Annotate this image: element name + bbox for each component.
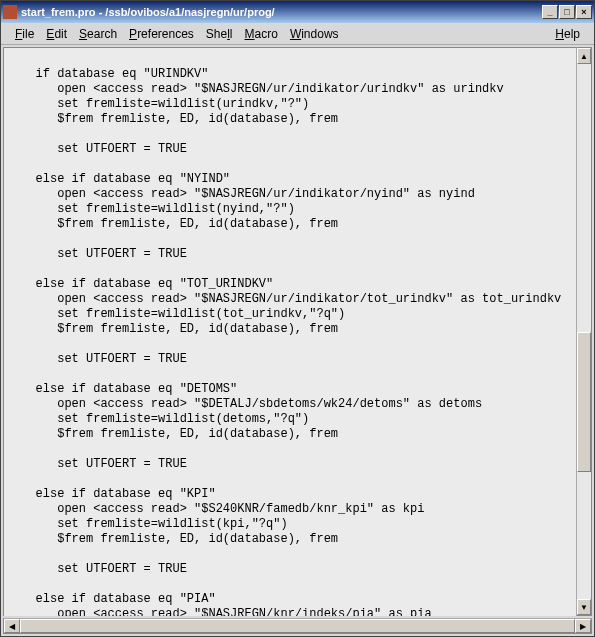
menu-shell[interactable]: Shell [200,25,239,43]
menu-edit[interactable]: Edit [40,25,73,43]
menubar: File Edit Search Preferences Shell Macro… [1,23,594,45]
horizontal-scroll-thumb[interactable] [20,619,575,633]
horizontal-scrollbar[interactable]: ◀ ▶ [3,618,592,634]
menu-macro[interactable]: Macro [239,25,284,43]
window-title: start_frem.pro - /ssb/ovibos/a1/nasjregn… [21,6,542,18]
content-area: if database eq "URINDKV" open <access re… [1,45,594,618]
scroll-right-button[interactable]: ▶ [575,619,591,633]
menu-file[interactable]: File [9,25,40,43]
app-window: start_frem.pro - /ssb/ovibos/a1/nasjregn… [0,0,595,637]
code-editor[interactable]: if database eq "URINDKV" open <access re… [3,47,576,616]
scroll-left-button[interactable]: ◀ [4,619,20,633]
maximize-button[interactable]: □ [559,5,575,19]
menu-preferences[interactable]: Preferences [123,25,200,43]
close-button[interactable]: × [576,5,592,19]
menu-search[interactable]: Search [73,25,123,43]
vertical-scrollbar[interactable]: ▲ ▼ [576,47,592,616]
vertical-scroll-track[interactable] [577,64,591,599]
scroll-up-button[interactable]: ▲ [577,48,591,64]
vertical-scroll-thumb[interactable] [577,332,591,472]
horizontal-scroll-track[interactable] [20,619,575,633]
menu-windows[interactable]: Windows [284,25,345,43]
minimize-button[interactable]: _ [542,5,558,19]
titlebar[interactable]: start_frem.pro - /ssb/ovibos/a1/nasjregn… [1,1,594,23]
window-buttons: _ □ × [542,5,592,19]
menu-help[interactable]: Help [549,25,586,43]
scroll-down-button[interactable]: ▼ [577,599,591,615]
app-icon [3,5,17,19]
